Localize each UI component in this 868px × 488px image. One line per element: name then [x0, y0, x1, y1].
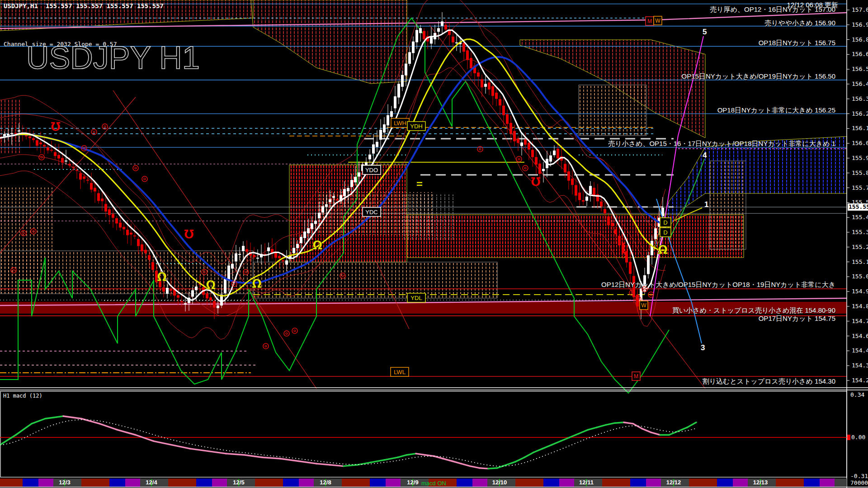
buy-signal-icon: Ω [312, 239, 322, 252]
op-annotation: OP18日NYカット 156.75 [759, 39, 835, 47]
svg-text:M: M [647, 18, 652, 24]
svg-text:M: M [634, 373, 638, 380]
svg-text:D: D [663, 229, 667, 236]
price-tick-label: 155.480 [852, 214, 868, 221]
level-tag: LWL [391, 367, 409, 376]
time-axis: 12/312/412/512/812/912/1012/1112/1212/13… [0, 479, 847, 487]
price-tick-label: 155.920 [852, 155, 868, 161]
svg-text:LWL: LWL [394, 369, 406, 375]
price-tick-label: 155.810 [852, 169, 868, 176]
price-tick-label: 156.470 [852, 80, 868, 87]
price-tick-label: 155.040 [852, 273, 868, 280]
price-tick-label: 156.140 [852, 125, 868, 131]
op-annotation: 割り込むとストップロス売り小さめ 154.30 [703, 377, 835, 386]
date-label: 12/12 [666, 479, 681, 486]
svg-text:W: W [641, 302, 646, 309]
price-tick-label: 154.820 [852, 303, 868, 310]
date-label: 12/3 [59, 479, 70, 486]
price-tick-label: 157.020 [852, 6, 868, 13]
macd-signal-line [0, 420, 696, 466]
price-axis: 157.020156.910156.800156.690156.580156.4… [847, 6, 868, 486]
macd-max-label: 0.34 [850, 391, 864, 398]
op-annotation: 売りやや小さめ 156.90 [764, 19, 835, 28]
svg-text:D: D [663, 219, 667, 226]
price-tick-label: 156.800 [852, 36, 868, 43]
ichimoku-cloud [0, 99, 22, 154]
period-tag: M [646, 17, 654, 25]
cross-signal-icon [284, 331, 289, 336]
ichimoku-cloud [253, 262, 497, 298]
price-tick-label: 154.380 [852, 362, 868, 369]
price-tick-label: 154.270 [852, 377, 868, 384]
svg-text:YDH: YDH [410, 123, 422, 130]
price-tick-label: 154.710 [852, 318, 868, 324]
macd-min-label: -0.31 [850, 473, 868, 479]
price-tick-label: 156.360 [852, 95, 868, 102]
price-tick-label: 155.260 [852, 244, 868, 250]
projection-label: 3 [701, 343, 705, 352]
macd-line [0, 416, 696, 469]
svg-text:YDL: YDL [410, 295, 422, 301]
level-tag: YDC [363, 207, 381, 216]
op-annotation: 売り厚め、OP12・16日NYカット 157.00 [710, 5, 835, 14]
date-label: 12/13 [753, 479, 768, 486]
op-annotation: OP12日NYカット大きめ/OP15日NYカットOP18・19日NYカット非常に… [601, 281, 835, 289]
date-label: 12/8 [320, 479, 331, 486]
level-tag: YDO [363, 165, 381, 174]
date-label: 12/9 [407, 479, 418, 486]
buy-signal-icon: Ω [157, 270, 167, 284]
ichimoku-cloud [579, 85, 646, 136]
mt4-chart-window: 5413ΩΩΩΩΩΩΩΩLWHYDHYDOYDCYDLLWLMWWMDDUSDJ… [0, 0, 868, 488]
price-tick-label: 154.600 [852, 333, 868, 339]
cross-signal-icon [516, 156, 522, 162]
date-label: 12/5 [233, 479, 244, 486]
sell-signal-icon: Ω [184, 227, 194, 240]
price-tick-label: 156.690 [852, 51, 868, 57]
sell-signal-icon: Ω [531, 174, 541, 188]
projection-label: 5 [703, 28, 707, 36]
level-tag: YDL [407, 293, 425, 302]
cross-signal-icon [133, 165, 138, 171]
buy-signal-icon: Ω [658, 243, 668, 257]
buy-signal-icon: Ω [252, 277, 262, 291]
macd-pane-frame [0, 391, 847, 477]
projection-label: 4 [703, 151, 707, 160]
buy-signal-icon: Ω [206, 278, 216, 292]
price-tick-label: 154.930 [852, 288, 868, 295]
price-tick-label: 156.910 [852, 21, 868, 28]
macd-zero-label: 0.00 [851, 434, 865, 441]
date-label: 12/4 [146, 479, 157, 486]
channel-info: Channel size = 2032 Slope = 0.57 [4, 41, 117, 47]
cross-signal-icon [263, 343, 269, 349]
period-tag: M [632, 372, 640, 380]
axis-extra-label: 70000 [850, 479, 868, 486]
op-annotation: 売り小さめ、OP15・16・17日NYカット/OP18日NYカット非常に大きめ … [608, 140, 835, 148]
level-tag: YDH [407, 122, 425, 131]
projection-label: 1 [704, 200, 708, 209]
daily-tag: D [660, 228, 671, 237]
ichimoku-cloud [251, 0, 407, 84]
op-annotation: OP18日NYカット非常に大きめ 156.25 [717, 106, 835, 115]
price-tick-label: 154.490 [852, 347, 868, 354]
op-annotation: OP17日NYカット 154.75 [759, 314, 835, 323]
price-tick-label: 155.370 [852, 229, 868, 235]
sell-signal-icon: Ω [51, 119, 61, 133]
date-label: 12/11 [579, 479, 594, 486]
price-tick-label: 156.030 [852, 140, 868, 146]
svg-text:YDC: YDC [365, 209, 377, 216]
macd-on-label: macd ON [421, 480, 446, 487]
cross-signal-icon [142, 176, 147, 182]
svg-text:155.557: 155.557 [849, 203, 868, 210]
symbol-ohlc-line: USDJPY,H1 155.557 155.557 155.557 155.55… [4, 2, 164, 9]
price-tick-label: 156.580 [852, 66, 868, 72]
price-tick-label: 156.250 [852, 110, 868, 117]
period-tag: W [654, 16, 662, 25]
op-annotation: OP15日NYカット大きめ/OP19日NYカット 156.50 [682, 72, 835, 81]
period-tag: W [640, 301, 648, 310]
cross-signal-icon [292, 328, 297, 333]
date-label: 12/10 [492, 479, 507, 486]
macd-indicator-label: H1 macd (12) [3, 393, 42, 399]
svg-text:YDO: YDO [365, 167, 378, 174]
svg-text:LWH: LWH [394, 120, 406, 127]
op-annotation: 買い小さめ・ストップロス売り小さめ混在 154.80-90 [672, 306, 835, 315]
